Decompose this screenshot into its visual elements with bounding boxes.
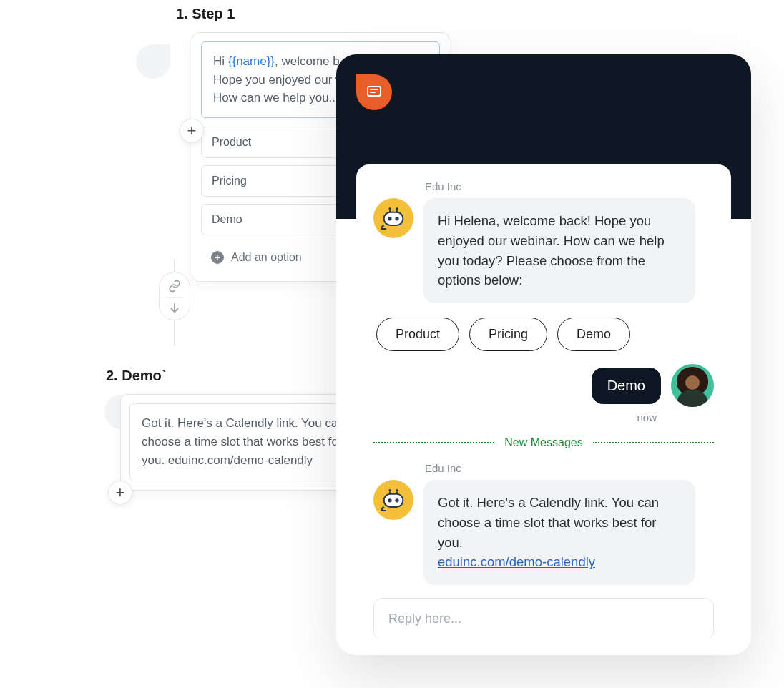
svg-point-2: [388, 217, 391, 220]
svg-rect-1: [384, 212, 403, 225]
svg-rect-0: [368, 87, 381, 96]
robot-icon: [379, 486, 408, 514]
chat-icon: [366, 84, 383, 101]
step-connector: [159, 259, 190, 346]
quick-reply-options: Product Pricing Demo: [376, 318, 714, 351]
bot-message-block: Edu Inc Hi Helena, welcome back! Hope yo…: [373, 180, 714, 303]
bot-message-block: Edu Inc Got it. Here's a Calen: [373, 462, 714, 585]
svg-point-3: [395, 217, 398, 220]
calendly-link[interactable]: eduinc.com/demo-calendly: [438, 554, 595, 569]
dotted-line: [593, 442, 714, 443]
svg-point-12: [388, 489, 391, 491]
decorative-blob: [136, 44, 170, 79]
svg-point-9: [388, 498, 391, 502]
new-messages-divider: New Messages: [373, 436, 714, 449]
user-avatar: [671, 364, 714, 407]
bot-message-bubble: Got it. Here's a Calendly link. You can …: [423, 480, 695, 585]
connector-controls: [159, 272, 190, 320]
user-message-block: Demo now: [373, 364, 714, 423]
msg-text: How can we help you...: [213, 91, 339, 104]
quick-reply-pill[interactable]: Pricing: [469, 318, 547, 351]
add-option-label: Add an option: [231, 251, 302, 264]
followup-text: Got it. Here's a Calendly link. You can …: [438, 495, 659, 550]
bot-message-bubble: Hi Helena, welcome back! Hope you enjoye…: [423, 198, 695, 303]
link-icon[interactable]: [165, 277, 184, 295]
svg-point-10: [395, 498, 398, 502]
step-2-message-editor[interactable]: Got it. Here's a Calendly link. You can …: [129, 403, 368, 481]
user-message-bubble: Demo: [592, 368, 661, 404]
plus-icon: +: [211, 251, 224, 264]
msg-text: Hope you enjoyed our w: [213, 73, 344, 87]
reply-input[interactable]: Reply here...: [373, 598, 714, 638]
svg-point-5: [388, 207, 391, 210]
new-messages-label: New Messages: [504, 436, 582, 449]
msg-text: Hi: [213, 54, 228, 68]
bot-avatar: [373, 480, 413, 520]
arrow-down-icon[interactable]: [165, 297, 184, 315]
sender-label: Edu Inc: [425, 462, 714, 474]
robot-icon: [379, 204, 408, 232]
step-1-title: 1. Step 1: [176, 6, 529, 22]
svg-point-7: [396, 207, 398, 210]
add-step-button[interactable]: +: [108, 481, 132, 505]
quick-reply-pill[interactable]: Demo: [557, 318, 630, 351]
chat-widget: Edu Inc Hi Helena, welcome back! Hope yo…: [336, 54, 751, 655]
message-timestamp: now: [637, 411, 657, 423]
variable-token: {{name}}: [228, 54, 275, 68]
sender-label: Edu Inc: [425, 180, 714, 192]
bot-avatar: [373, 198, 413, 238]
dotted-line: [373, 442, 494, 443]
add-step-button[interactable]: +: [180, 119, 204, 143]
svg-point-14: [396, 489, 398, 491]
quick-reply-pill[interactable]: Product: [376, 318, 459, 351]
chat-sheet: Edu Inc Hi Helena, welcome back! Hope yo…: [356, 164, 731, 638]
msg-text: , welcome b: [275, 54, 340, 68]
svg-rect-8: [384, 494, 403, 507]
brand-logo: [356, 74, 392, 110]
